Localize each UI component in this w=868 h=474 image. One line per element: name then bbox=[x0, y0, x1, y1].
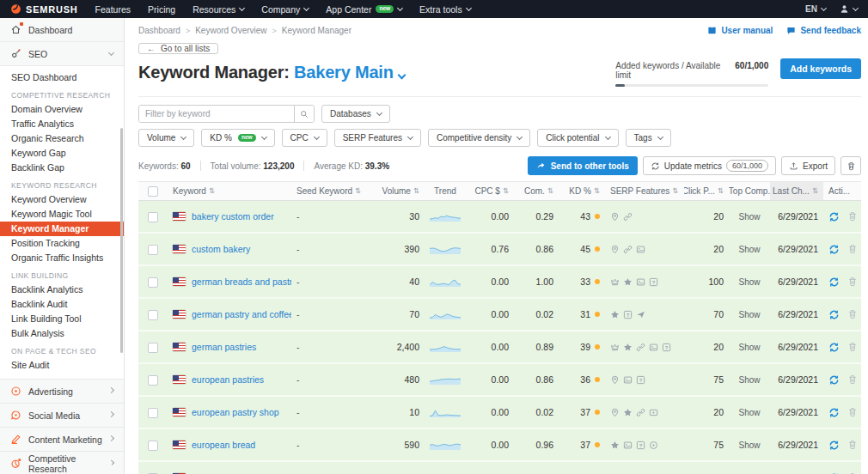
sidebar-item-domain-overview[interactable]: Domain Overview bbox=[0, 102, 124, 117]
topnav-item-app-center[interactable]: App Centernew bbox=[326, 4, 402, 15]
list-name-selector[interactable]: Bakery Main bbox=[294, 63, 405, 82]
cpc-filter-dropdown[interactable]: CPC bbox=[282, 129, 327, 147]
show-competitors-link[interactable]: Show bbox=[738, 375, 760, 385]
sidebar-item-link-building-tool[interactable]: Link Building Tool bbox=[0, 312, 124, 326]
export-button[interactable]: Export bbox=[781, 156, 835, 175]
competitive-density-filter-dropdown[interactable]: Competitive density bbox=[428, 129, 530, 147]
keyword-link[interactable]: german breads and pastries bbox=[192, 276, 291, 287]
sidebar-item-site-audit[interactable]: Site Audit bbox=[0, 358, 124, 373]
show-competitors-link[interactable]: Show bbox=[738, 343, 760, 352]
semrush-logo[interactable]: SEMRUSH bbox=[10, 3, 78, 15]
show-competitors-link[interactable]: Show bbox=[738, 408, 760, 417]
delete-keyword-button[interactable] bbox=[847, 211, 858, 222]
sidebar-item-seo[interactable]: SEO bbox=[0, 42, 124, 66]
click-potential-filter-dropdown[interactable]: Click potential bbox=[537, 129, 618, 147]
update-metrics-button[interactable]: Update metrics 60/1,000 bbox=[643, 156, 776, 175]
sidebar-item-organic-traffic-insights[interactable]: Organic Traffic Insights bbox=[0, 251, 124, 265]
row-checkbox[interactable] bbox=[148, 375, 158, 386]
show-competitors-link[interactable]: Show bbox=[738, 441, 760, 450]
refresh-keyword-button[interactable] bbox=[828, 374, 840, 386]
sidebar-item-backlink-audit[interactable]: Backlink Audit bbox=[0, 297, 124, 312]
delete-keyword-button[interactable] bbox=[847, 342, 858, 352]
sidebar-item-dashboard[interactable]: Dashboard bbox=[0, 18, 124, 42]
row-checkbox[interactable] bbox=[148, 212, 158, 222]
column-header-serp-features[interactable]: SERP Features⇅ bbox=[605, 182, 684, 200]
delete-keyword-button[interactable] bbox=[847, 309, 858, 319]
show-competitors-link[interactable]: Show bbox=[738, 277, 760, 287]
breadcrumb-item[interactable]: Keyword Manager bbox=[282, 26, 351, 35]
search-button[interactable] bbox=[294, 106, 314, 122]
kd-filter-dropdown[interactable]: KD %new bbox=[201, 129, 274, 147]
column-header-keyword[interactable]: Keyword⇅ bbox=[168, 182, 291, 200]
row-checkbox[interactable] bbox=[148, 277, 158, 288]
sidebar-item-keyword-magic-tool[interactable]: Keyword Magic Tool bbox=[0, 207, 124, 222]
sidebar-item-traffic-analytics[interactable]: Traffic Analytics bbox=[0, 117, 124, 131]
column-header-cpc[interactable]: CPC $⇅ bbox=[466, 182, 514, 200]
topnav-item-extra-tools[interactable]: Extra tools bbox=[419, 4, 471, 15]
sidebar-item-position-tracking[interactable]: Position Tracking bbox=[0, 236, 124, 251]
serp-features-filter-dropdown[interactable]: SERP Features bbox=[334, 129, 421, 147]
keyword-link[interactable]: custom bakery bbox=[192, 244, 250, 254]
delete-selected-button[interactable] bbox=[840, 156, 861, 175]
select-all-checkbox[interactable] bbox=[148, 186, 158, 197]
keyword-link[interactable]: european pastry shop bbox=[192, 407, 279, 417]
refresh-keyword-button[interactable] bbox=[828, 276, 840, 288]
column-header-com[interactable]: Com.⇅ bbox=[514, 182, 559, 200]
refresh-keyword-button[interactable] bbox=[828, 244, 840, 255]
row-checkbox[interactable] bbox=[148, 441, 158, 451]
go-to-all-lists-button[interactable]: ← Go to all lists bbox=[138, 43, 218, 54]
sidebar-item-content-marketing[interactable]: Content Marketing bbox=[0, 428, 124, 452]
sidebar-item-keyword-overview[interactable]: Keyword Overview bbox=[0, 192, 124, 207]
sidebar-item-advertising[interactable]: Advertising bbox=[0, 380, 124, 404]
language-selector[interactable]: EN bbox=[805, 4, 826, 14]
refresh-keyword-button[interactable] bbox=[828, 440, 840, 451]
delete-keyword-button[interactable] bbox=[847, 374, 858, 385]
refresh-keyword-button[interactable] bbox=[828, 309, 840, 320]
row-checkbox[interactable] bbox=[148, 310, 158, 320]
tags-filter-dropdown[interactable]: Tags bbox=[626, 129, 671, 147]
row-checkbox[interactable] bbox=[148, 343, 158, 353]
row-checkbox[interactable] bbox=[148, 408, 158, 418]
column-header-seed-keyword[interactable]: Seed Keyword⇅ bbox=[291, 182, 373, 200]
filter-by-keyword-input[interactable] bbox=[139, 106, 294, 122]
sidebar-scrollbar[interactable] bbox=[120, 128, 123, 353]
add-keywords-button[interactable]: Add keywords bbox=[780, 58, 861, 79]
column-header-last-ch[interactable]: Last Ch...⇅ bbox=[770, 182, 823, 200]
sidebar-item-seo-dashboard[interactable]: SEO Dashboard bbox=[0, 70, 124, 85]
breadcrumb-item[interactable]: Dashboard bbox=[138, 26, 180, 35]
show-competitors-link[interactable]: Show bbox=[738, 212, 760, 222]
keyword-link[interactable]: german pastry and coffee shop bbox=[192, 309, 291, 319]
keyword-link[interactable]: bakery custom order bbox=[192, 211, 274, 222]
show-competitors-link[interactable]: Show bbox=[738, 310, 760, 319]
sidebar-item-backlink-analytics[interactable]: Backlink Analytics bbox=[0, 283, 124, 297]
sidebar-item-keyword-manager[interactable]: Keyword Manager bbox=[0, 222, 124, 236]
keyword-link[interactable]: european pastries bbox=[192, 374, 264, 385]
keyword-link[interactable]: european bread bbox=[192, 440, 255, 450]
sidebar-item-backlink-gap[interactable]: Backlink Gap bbox=[0, 161, 124, 175]
user-menu[interactable] bbox=[840, 4, 858, 14]
delete-keyword-button[interactable] bbox=[847, 440, 858, 450]
refresh-keyword-button[interactable] bbox=[828, 211, 840, 222]
databases-dropdown[interactable]: Databases bbox=[321, 105, 390, 123]
delete-keyword-button[interactable] bbox=[847, 276, 858, 287]
topnav-item-resources[interactable]: Resources bbox=[193, 4, 244, 15]
volume-filter-dropdown[interactable]: Volume bbox=[138, 129, 194, 147]
refresh-keyword-button[interactable] bbox=[828, 342, 840, 353]
column-header-kd[interactable]: KD %⇅ bbox=[559, 182, 605, 200]
sidebar-item-keyword-gap[interactable]: Keyword Gap bbox=[0, 146, 124, 161]
topnav-item-pricing[interactable]: Pricing bbox=[148, 4, 175, 15]
sidebar-item-bulk-analysis[interactable]: Bulk Analysis bbox=[0, 326, 124, 341]
row-checkbox[interactable] bbox=[148, 245, 158, 255]
keyword-link[interactable]: german pastries bbox=[192, 342, 256, 352]
show-competitors-link[interactable]: Show bbox=[738, 245, 760, 254]
delete-keyword-button[interactable] bbox=[847, 244, 858, 254]
sidebar-item-organic-research[interactable]: Organic Research bbox=[0, 131, 124, 146]
column-header-click-p[interactable]: Click P...⇅ bbox=[684, 182, 729, 200]
user-manual-link[interactable]: User manual bbox=[707, 26, 773, 35]
sidebar-item-social-media[interactable]: Social Media bbox=[0, 404, 124, 428]
send-to-other-tools-button[interactable]: Send to other tools bbox=[528, 156, 638, 175]
sidebar-item-competitive-research[interactable]: Competitive Research bbox=[0, 452, 124, 474]
send-feedback-link[interactable]: Send feedback bbox=[786, 26, 861, 35]
topnav-item-company[interactable]: Company bbox=[261, 4, 309, 15]
column-header-volume[interactable]: Volume⇅ bbox=[373, 182, 425, 200]
